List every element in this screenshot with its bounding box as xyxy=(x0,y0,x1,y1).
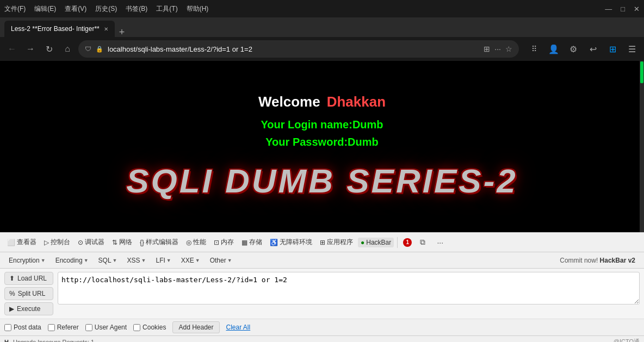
split-url-icon: % xyxy=(9,290,15,297)
app-icon: ⊞ xyxy=(320,239,325,246)
hackbar-menus: Encryption ▼ Encoding ▼ SQL ▼ XSS ▼ LFI … xyxy=(4,255,237,266)
hackbar-panel: Encryption ▼ Encoding ▼ SQL ▼ XSS ▼ LFI … xyxy=(0,252,644,342)
load-url-label: Load URL xyxy=(17,275,47,282)
menu-sql[interactable]: SQL ▼ xyxy=(94,255,122,266)
address-text[interactable]: localhost/sqli-labs-master/Less-2/?id=1 … xyxy=(108,45,479,53)
nav-bar: ← → ↻ ⌂ 🛡 🔒 localhost/sqli-labs-master/L… xyxy=(0,37,644,61)
devtools-toolbar: ⬜ 查看器 ▷ 控制台 ⊙ 调试器 ⇅ 网络 {} 样式编辑器 ◎ 性能 ⊡ 内… xyxy=(0,232,644,252)
address-more-icon[interactable]: ··· xyxy=(494,45,501,53)
menu-icon[interactable]: ☰ xyxy=(624,41,640,57)
devtools-style-btn[interactable]: {} 样式编辑器 xyxy=(137,237,181,248)
xxe-arrow-icon: ▼ xyxy=(195,258,200,263)
sync-icon[interactable]: 👤 xyxy=(546,41,561,57)
perf-label: 性能 xyxy=(193,238,206,247)
close-button[interactable]: ✕ xyxy=(634,5,640,13)
cookies-checkbox-label[interactable]: Cookies xyxy=(133,324,166,331)
back-icon: ← xyxy=(8,44,16,54)
settings-icon[interactable]: ⚙ xyxy=(566,41,581,57)
menu-encryption[interactable]: Encryption ▼ xyxy=(4,255,50,266)
menu-help[interactable]: 帮助(H) xyxy=(187,4,209,14)
customize-icon[interactable]: ⊞ xyxy=(605,41,620,57)
login-name-display: Your Login name:Dumb xyxy=(126,116,518,133)
hackbar-post-bar: Post data Referer User Agent Cookies Add… xyxy=(0,319,644,335)
devtools-storage-btn[interactable]: ▦ 存储 xyxy=(239,237,265,248)
refresh-icon: ↻ xyxy=(46,44,53,54)
user-agent-checkbox[interactable] xyxy=(85,324,92,331)
address-bar[interactable]: 🛡 🔒 localhost/sqli-labs-master/Less-2/?i… xyxy=(78,40,519,58)
referer-checkbox[interactable] xyxy=(48,324,55,331)
devtools-perf-btn[interactable]: ◎ 性能 xyxy=(183,237,209,248)
xxe-label: XXE xyxy=(181,257,194,264)
menu-xss[interactable]: XSS ▼ xyxy=(123,255,151,266)
bookmark-icon[interactable]: ☆ xyxy=(505,45,512,53)
qr-icon[interactable]: ⊞ xyxy=(484,45,490,53)
xss-arrow-icon: ▼ xyxy=(141,258,146,263)
accessibility-label: 无障碍环境 xyxy=(280,238,312,247)
toolbar-separator xyxy=(397,237,398,248)
scrollbar-thumb[interactable] xyxy=(640,61,643,83)
cookies-checkbox[interactable] xyxy=(133,324,140,331)
minimize-button[interactable]: — xyxy=(605,5,612,13)
tab-active[interactable]: Less-2 **Error Based- Intiger** ✕ xyxy=(4,21,115,37)
tab-close-button[interactable]: ✕ xyxy=(104,26,108,32)
new-tab-button[interactable]: + xyxy=(119,27,125,37)
console-label: 控制台 xyxy=(51,238,70,247)
lfi-arrow-icon: ▼ xyxy=(166,258,171,263)
devtools-more-btn[interactable]: ··· xyxy=(432,235,448,250)
execute-button[interactable]: ▶ Execute xyxy=(4,302,53,315)
sql-label: SQL xyxy=(98,257,112,264)
devtools-dock-btn[interactable]: ⧉ xyxy=(415,235,430,250)
menu-tools[interactable]: 工具(T) xyxy=(156,4,177,14)
console-icon: ▷ xyxy=(44,239,49,246)
load-url-icon: ⬆ xyxy=(9,275,15,282)
devtools-memory-btn[interactable]: ⊡ 内存 xyxy=(211,237,237,248)
devtools-hackbar-btn[interactable]: ● HackBar xyxy=(358,238,394,247)
menu-lfi[interactable]: LFI ▼ xyxy=(151,255,175,266)
debugger-icon: ⊙ xyxy=(78,239,83,246)
devtools-console-btn[interactable]: ▷ 控制台 xyxy=(41,237,73,248)
devtools-network-btn[interactable]: ⇅ 网络 xyxy=(109,237,135,248)
tab-label: Less-2 **Error Based- Intiger** xyxy=(11,25,100,33)
right-scrollbar[interactable] xyxy=(640,61,644,232)
load-url-button[interactable]: ⬆ Load URL xyxy=(4,272,53,285)
perf-icon: ◎ xyxy=(186,239,191,246)
menu-other[interactable]: Other ▼ xyxy=(206,255,237,266)
forward-button[interactable]: → xyxy=(23,41,38,57)
devtools-app-btn[interactable]: ⊞ 应用程序 xyxy=(317,237,356,248)
storage-label: 存储 xyxy=(249,238,262,247)
hackbar-url-area: ⬆ Load URL % Split URL ▶ Execute xyxy=(0,269,644,319)
devtools-accessibility-btn[interactable]: ♿ 无障碍环境 xyxy=(267,237,315,248)
menu-view[interactable]: 查看(V) xyxy=(65,4,86,14)
refresh-button[interactable]: ↻ xyxy=(41,41,57,57)
user-agent-checkbox-label[interactable]: User Agent xyxy=(85,324,127,331)
menu-file[interactable]: 文件(F) xyxy=(4,4,26,14)
app-label: 应用程序 xyxy=(327,238,353,247)
encryption-arrow-icon: ▼ xyxy=(41,258,46,263)
maximize-button[interactable]: □ xyxy=(621,5,625,13)
menu-bookmarks[interactable]: 书签(B) xyxy=(126,4,147,14)
hackbar-menubar: Encryption ▼ Encoding ▼ SQL ▼ XSS ▼ LFI … xyxy=(0,252,644,269)
menu-encoding[interactable]: Encoding ▼ xyxy=(51,255,93,266)
back-button[interactable]: ← xyxy=(4,41,20,57)
menu-history[interactable]: 历史(S) xyxy=(95,4,117,14)
menu-bar[interactable]: 文件(F) 编辑(E) 查看(V) 历史(S) 书签(B) 工具(T) 帮助(H… xyxy=(4,4,208,14)
split-url-button[interactable]: % Split URL xyxy=(4,287,53,300)
window-controls[interactable]: — □ ✕ xyxy=(605,5,640,13)
add-header-button[interactable]: Add Header xyxy=(172,321,219,333)
other-arrow-icon: ▼ xyxy=(227,258,232,263)
url-input[interactable] xyxy=(58,272,640,304)
home-button[interactable]: ⌂ xyxy=(60,41,75,57)
extensions-icon[interactable]: ⠿ xyxy=(527,41,542,57)
post-data-checkbox[interactable] xyxy=(4,324,11,331)
devtools-debugger-btn[interactable]: ⊙ 调试器 xyxy=(75,237,107,248)
clear-all-button[interactable]: Clear All xyxy=(226,324,251,331)
title-bar: 文件(F) 编辑(E) 查看(V) 历史(S) 书签(B) 工具(T) 帮助(H… xyxy=(0,0,644,17)
menu-edit[interactable]: 编辑(E) xyxy=(34,4,56,14)
undo-icon[interactable]: ↩ xyxy=(585,41,600,57)
menu-xxe[interactable]: XXE ▼ xyxy=(177,255,205,266)
sql-arrow-icon: ▼ xyxy=(113,258,117,263)
devtools-inspect-icon[interactable]: ⬜ 查看器 xyxy=(4,237,39,248)
referer-checkbox-label[interactable]: Referer xyxy=(48,324,79,331)
memory-label: 内存 xyxy=(221,238,234,247)
post-data-checkbox-label[interactable]: Post data xyxy=(4,324,41,331)
